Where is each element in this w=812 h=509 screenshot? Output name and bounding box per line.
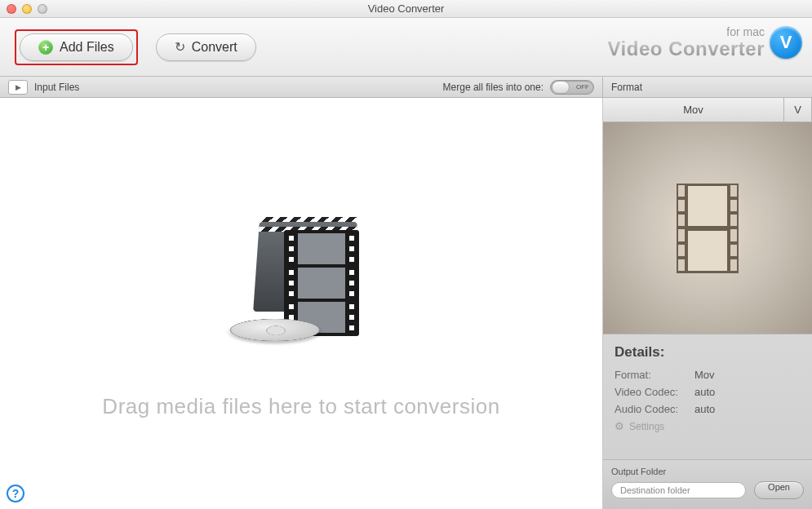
merge-toggle-group: Merge all files into one: OFF	[443, 80, 594, 95]
format-preview	[603, 122, 812, 334]
merge-toggle-state: OFF	[576, 83, 589, 91]
destination-folder-field[interactable]: Destination folder	[611, 482, 746, 498]
minimize-window-button[interactable]	[22, 4, 32, 14]
detail-key: Format:	[615, 369, 688, 381]
refresh-icon: ↻	[175, 39, 185, 55]
convert-label: Convert	[192, 40, 237, 55]
plus-icon: +	[38, 40, 53, 55]
branding: for mac Video Converter V	[608, 26, 802, 59]
detail-row-video-codec: Video Codec: auto	[615, 386, 801, 398]
format-panel: Mov V Details: Format: Mov Video Codec: …	[603, 98, 812, 509]
settings-label: Settings	[629, 421, 664, 432]
close-window-button[interactable]	[7, 4, 16, 14]
output-section: Output Folder Destination folder Open	[603, 459, 812, 509]
output-folder-label: Output Folder	[611, 467, 804, 476]
detail-key: Video Codec:	[615, 386, 688, 398]
format-tab-mov[interactable]: Mov	[603, 98, 784, 122]
brand-title: Video Converter	[608, 38, 765, 60]
merge-toggle[interactable]: OFF	[550, 80, 594, 95]
detail-row-audio-codec: Audio Codec: auto	[615, 403, 801, 415]
input-files-icon[interactable]: ▶	[8, 80, 28, 95]
format-section-label: Format	[611, 82, 642, 93]
window-title: Video Converter	[0, 2, 812, 15]
zoom-window-button[interactable]	[38, 4, 47, 14]
titlebar: Video Converter	[0, 0, 812, 18]
detail-row-format: Format: Mov	[615, 369, 801, 381]
sub-header: ▶ Input Files Merge all files into one: …	[0, 77, 812, 98]
add-files-label: Add Files	[60, 40, 114, 55]
add-files-button[interactable]: + Add Files	[20, 33, 133, 61]
toggle-knob	[552, 81, 570, 94]
details-section: Details: Format: Mov Video Codec: auto A…	[603, 334, 812, 439]
gear-icon: ⚙	[615, 420, 624, 432]
film-reel-icon	[230, 319, 320, 342]
sub-header-right: Format	[603, 77, 812, 97]
traffic-lights	[7, 4, 47, 14]
merge-label: Merge all files into one:	[443, 82, 544, 93]
drop-area[interactable]: Drag media files here to start conversio…	[0, 98, 603, 509]
drop-illustration	[224, 214, 379, 369]
format-tabs: Mov V	[603, 98, 812, 122]
sub-header-left: ▶ Input Files Merge all files into one: …	[0, 77, 603, 97]
input-files-label: Input Files	[34, 82, 79, 93]
help-button[interactable]: ?	[7, 485, 24, 502]
detail-value: Mov	[694, 369, 715, 381]
detail-key: Audio Codec:	[615, 403, 688, 415]
details-heading: Details:	[615, 344, 801, 361]
convert-button[interactable]: ↻ Convert	[156, 33, 256, 61]
brand-logo-icon: V	[770, 26, 802, 59]
detail-value: auto	[694, 403, 715, 415]
main-area: Drag media files here to start conversio…	[0, 98, 812, 509]
drop-hint-text: Drag media files here to start conversio…	[102, 394, 499, 419]
toolbar: + Add Files ↻ Convert for mac Video Conv…	[0, 18, 812, 77]
format-preview-icon	[677, 184, 739, 273]
format-tab-more[interactable]: V	[784, 98, 812, 122]
detail-value: auto	[694, 386, 715, 398]
open-button[interactable]: Open	[754, 481, 804, 499]
brand-subtitle: for mac	[608, 26, 765, 38]
settings-button[interactable]: ⚙ Settings	[615, 420, 801, 432]
add-files-highlight: + Add Files	[15, 29, 138, 65]
